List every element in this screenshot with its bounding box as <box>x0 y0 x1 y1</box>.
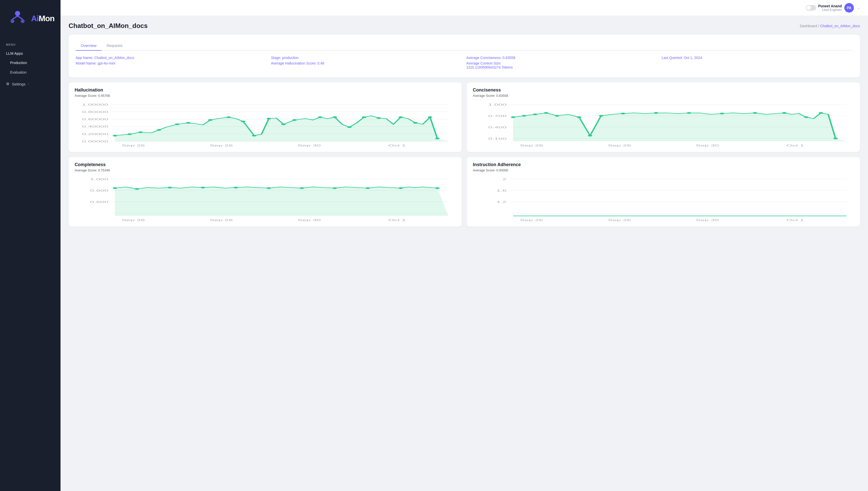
svg-point-19 <box>128 133 132 135</box>
svg-point-54 <box>522 115 526 117</box>
svg-text:1.000: 1.000 <box>488 103 507 106</box>
svg-text:0.40000: 0.40000 <box>82 125 108 128</box>
avg-conciseness-value: 0.83558 <box>503 56 515 60</box>
info-app-name: App Name: Chatbot_on_AIMon_docs Model Na… <box>76 56 267 69</box>
avatar: PA <box>844 3 854 12</box>
svg-text:1.00000: 1.00000 <box>82 103 108 106</box>
breadcrumb-current[interactable]: Chatbot_on_AIMon_docs <box>820 24 860 28</box>
svg-text:0.00000: 0.00000 <box>82 140 108 143</box>
settings-chevron-icon: › <box>28 82 29 86</box>
svg-text:Oct 1: Oct 1 <box>388 219 406 222</box>
svg-text:Oct 1: Oct 1 <box>787 144 804 147</box>
svg-text:0.60000: 0.60000 <box>82 118 108 121</box>
svg-point-86 <box>234 187 238 189</box>
model-name-label: Model Name: gpt-4o-mini <box>76 61 267 65</box>
theme-toggle[interactable] <box>806 5 816 10</box>
tabs: Overview Requests <box>76 41 853 51</box>
conciseness-title: Conciseness <box>473 87 854 93</box>
content-area: Chatbot_on_AIMon_docs Dashboard / Chatbo… <box>60 16 868 491</box>
llm-apps-label: LLM Apps <box>6 51 23 55</box>
user-menu[interactable]: Puneet Anand Lead Engineer PA ⌄ <box>818 3 860 12</box>
app-name-value: Chatbot_on_AIMon_docs <box>94 56 134 60</box>
breadcrumb: Dashboard / Chatbot_on_AIMon_docs <box>800 24 860 28</box>
svg-point-59 <box>588 135 592 137</box>
svg-point-28 <box>267 118 271 119</box>
svg-text:Sep 26: Sep 26 <box>608 144 631 147</box>
sidebar-item-evaluation[interactable]: Evaluation <box>2 68 58 77</box>
svg-point-87 <box>267 187 271 189</box>
instruction-adherence-title: Instruction Adherence <box>473 162 854 167</box>
svg-text:Sep 30: Sep 30 <box>696 219 719 222</box>
svg-point-30 <box>292 119 297 121</box>
svg-text:1.6: 1.6 <box>496 189 506 192</box>
logo-icon <box>6 7 29 30</box>
svg-point-33 <box>347 126 352 128</box>
tab-requests[interactable]: Requests <box>102 41 128 51</box>
svg-point-64 <box>720 113 724 114</box>
svg-text:0.80000: 0.80000 <box>82 110 108 114</box>
llm-apps-header[interactable]: LLM Apps <box>0 49 60 58</box>
completeness-chart: 1.000 0.800 0.600 <box>75 176 456 222</box>
logo-ai: Ai <box>31 14 38 23</box>
hallucination-avg: Average Score: 0.45768 <box>75 94 456 97</box>
completeness-svg: 1.000 0.800 0.600 <box>75 176 456 222</box>
svg-text:0.700: 0.700 <box>488 114 507 118</box>
svg-point-38 <box>428 116 432 118</box>
user-info: Puneet Anand Lead Engineer <box>818 4 842 11</box>
svg-line-3 <box>12 16 18 19</box>
info-stage: Stage: production Average Hallucination … <box>271 56 463 69</box>
sidebar-item-production-label: Production <box>10 61 27 65</box>
svg-point-1 <box>10 19 15 23</box>
svg-point-39 <box>435 138 440 139</box>
svg-point-36 <box>398 116 403 118</box>
svg-text:1.2: 1.2 <box>496 200 506 204</box>
svg-point-23 <box>186 122 190 124</box>
breadcrumb-dashboard[interactable]: Dashboard <box>800 24 817 28</box>
svg-point-62 <box>654 112 658 114</box>
tab-overview[interactable]: Overview <box>76 41 102 51</box>
svg-point-91 <box>398 187 403 189</box>
svg-text:Oct 1: Oct 1 <box>388 144 406 147</box>
svg-text:1.000: 1.000 <box>90 178 108 181</box>
instruction-adherence-svg: 2 1.6 1.2 Sep 26 Sep 26 Sep 30 Oct 1 <box>473 176 854 222</box>
instruction-adherence-chart: 2 1.6 1.2 Sep 26 Sep 26 Sep 30 Oct 1 <box>473 176 854 222</box>
svg-point-85 <box>201 187 205 189</box>
svg-point-69 <box>834 138 838 139</box>
svg-point-65 <box>753 112 757 114</box>
svg-point-68 <box>819 112 823 114</box>
charts-grid: Hallucination Average Score: 0.45768 <box>68 82 860 227</box>
svg-point-27 <box>252 135 256 137</box>
page-title: Chatbot_on_AIMon_docs <box>68 22 147 30</box>
svg-point-83 <box>135 188 139 190</box>
svg-marker-81 <box>115 187 448 216</box>
svg-point-55 <box>533 113 537 115</box>
info-conciseness: Average Conciseness: 0.83558 Average Con… <box>466 56 658 69</box>
sidebar-item-evaluation-label: Evaluation <box>10 70 26 74</box>
svg-marker-52 <box>513 113 846 141</box>
svg-text:0.20000: 0.20000 <box>82 133 108 136</box>
svg-text:0.600: 0.600 <box>90 200 108 204</box>
model-name-value: gpt-4o-mini <box>97 61 115 65</box>
svg-text:Sep 26: Sep 26 <box>209 144 233 147</box>
completeness-avg: Average Score: 0.75346 <box>75 168 456 172</box>
svg-point-53 <box>511 116 515 118</box>
svg-point-57 <box>555 115 559 117</box>
svg-text:0.800: 0.800 <box>90 189 108 192</box>
svg-text:Sep 30: Sep 30 <box>298 144 321 147</box>
stage-value: production <box>282 56 299 60</box>
svg-text:Sep 26: Sep 26 <box>209 219 233 222</box>
sidebar-item-production[interactable]: Production <box>2 58 58 67</box>
conciseness-chart-card: Conciseness Average Score: 0.83558 1.000… <box>467 82 860 152</box>
toggle-knob <box>807 5 811 10</box>
svg-point-2 <box>21 19 25 23</box>
user-chevron-icon: ⌄ <box>858 6 860 9</box>
hallucination-title: Hallucination <box>75 87 456 93</box>
sidebar-settings[interactable]: ⚙ Settings › <box>0 79 60 89</box>
svg-text:Sep 26: Sep 26 <box>121 219 145 222</box>
menu-label: MENU <box>0 36 60 49</box>
topbar: Puneet Anand Lead Engineer PA ⌄ <box>60 0 868 16</box>
svg-point-26 <box>241 120 245 122</box>
last-queried-value: Oct 1, 2024 <box>684 56 702 60</box>
svg-text:0.100: 0.100 <box>488 137 507 140</box>
avg-hallucination-value: 0.46 <box>317 61 324 65</box>
